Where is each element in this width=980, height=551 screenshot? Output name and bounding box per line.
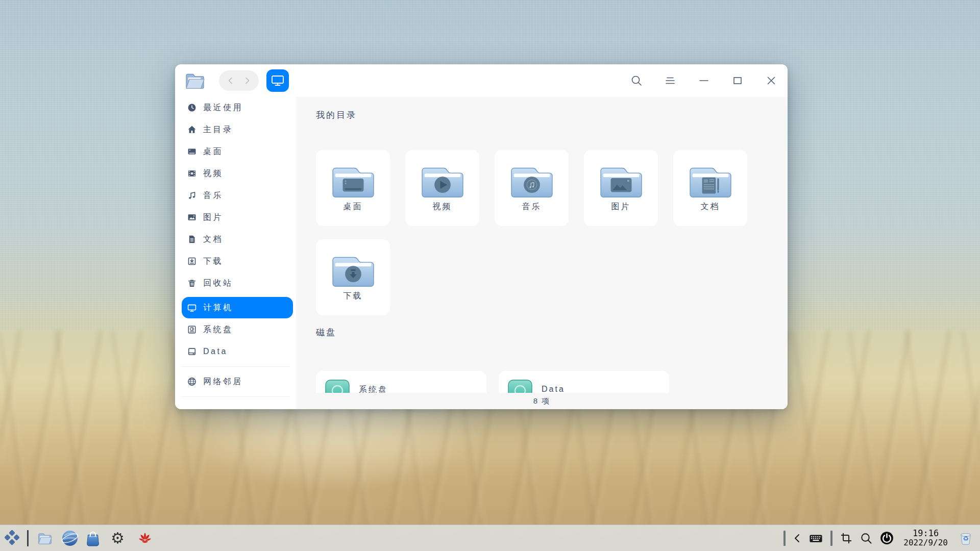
- taskbar: ⚙: [0, 524, 980, 551]
- folder-label: 视频: [433, 202, 452, 212]
- folder-label: 桌面: [344, 202, 363, 212]
- chevron-right-icon: [243, 77, 251, 85]
- dock-kylin-app-button[interactable]: [134, 527, 156, 549]
- folder-card-pictures[interactable]: 图片: [584, 150, 658, 226]
- sidebar-label: 主目录: [203, 124, 233, 135]
- folder-label: 音乐: [522, 202, 542, 212]
- file-manager-window: 最近使用 主目录 桌面: [175, 64, 788, 409]
- folder-label: 下载: [344, 291, 363, 302]
- sidebar-label: 最近使用: [203, 103, 243, 113]
- search-icon: [630, 74, 643, 87]
- navigation-pill: [219, 70, 259, 91]
- clock-icon: [187, 103, 197, 112]
- tray-search-button[interactable]: [860, 532, 872, 544]
- sidebar-separator: [181, 396, 290, 397]
- tray-expand-button[interactable]: [793, 534, 801, 543]
- back-button[interactable]: [227, 77, 235, 85]
- home-icon: [187, 125, 197, 134]
- shopping-bag-icon: [84, 530, 102, 547]
- section-header-disks: 磁盘: [316, 327, 336, 338]
- folder-card-downloads[interactable]: 下载: [316, 239, 390, 315]
- dock-settings-button[interactable]: ⚙: [107, 527, 129, 549]
- menu-button[interactable]: [663, 73, 677, 88]
- folder-card-videos[interactable]: 视频: [405, 150, 479, 226]
- search-button[interactable]: [629, 73, 644, 88]
- folder-music-icon: [510, 163, 554, 198]
- sidebar-item-music[interactable]: 音乐: [182, 185, 293, 206]
- folder-pictures-icon: [599, 163, 643, 198]
- folder-label: 文档: [701, 202, 720, 212]
- folder-card-music[interactable]: 音乐: [495, 150, 569, 226]
- chevron-left-icon: [227, 77, 235, 85]
- tray-power-button[interactable]: [880, 531, 894, 545]
- sidebar-item-downloads[interactable]: 下载: [182, 251, 293, 272]
- sidebar-item-pictures[interactable]: 图片: [182, 207, 293, 228]
- tray-trash-button[interactable]: ♻: [958, 530, 974, 546]
- sidebar-label: 回收站: [203, 278, 233, 289]
- close-button[interactable]: [764, 73, 778, 88]
- sidebar-item-recent[interactable]: 最近使用: [182, 97, 293, 118]
- recycle-icon: ♻: [958, 535, 974, 542]
- clock-date: 2022/9/20: [903, 538, 948, 547]
- titlebar[interactable]: [175, 64, 788, 97]
- sidebar-separator: [181, 366, 290, 367]
- monitor-icon: [271, 74, 284, 87]
- close-icon: [765, 74, 777, 87]
- clock-time: 19:16: [913, 529, 939, 538]
- sidebar-item-documents[interactable]: 文档: [182, 229, 293, 250]
- sidebar-item-system-disk[interactable]: 系统盘: [182, 319, 293, 340]
- dock-browser-button[interactable]: [61, 529, 79, 547]
- computer-view-button[interactable]: [266, 69, 289, 92]
- system-disk-icon: [187, 325, 197, 334]
- folder-videos-icon: [421, 163, 464, 198]
- trash-icon: [187, 279, 197, 288]
- sidebar-item-data-disk[interactable]: Data: [182, 341, 293, 362]
- folder-desktop-icon: [331, 163, 375, 198]
- taskbar-tray: 19:16 2022/9/20 ♻: [783, 525, 974, 551]
- folder-label: 图片: [611, 202, 631, 212]
- picture-icon: [187, 213, 197, 222]
- tray-separator: [830, 531, 832, 546]
- minimize-button[interactable]: [697, 73, 711, 88]
- forward-button[interactable]: [243, 77, 251, 85]
- globe-icon: [187, 377, 197, 386]
- sidebar-label: Data: [203, 347, 228, 356]
- film-icon: [187, 169, 197, 178]
- file-manager-icon: [37, 532, 53, 545]
- sidebar-item-network[interactable]: 网络邻居: [182, 371, 293, 392]
- folder-card-documents[interactable]: 文档: [673, 150, 747, 226]
- sidebar-label: 视频: [203, 168, 223, 179]
- screenshot-crop-icon: [840, 532, 852, 544]
- sidebar-label: 下载: [203, 256, 223, 267]
- folder-card-desktop[interactable]: 桌面: [316, 150, 390, 226]
- taskbar-left: ⚙: [3, 525, 156, 551]
- hamburger-menu-icon: [664, 74, 676, 87]
- sidebar-item-home[interactable]: 主目录: [182, 119, 293, 140]
- sidebar-item-videos[interactable]: 视频: [182, 163, 293, 184]
- sidebar-item-computer[interactable]: 计算机: [182, 297, 293, 318]
- sidebar-item-trash[interactable]: 回收站: [182, 272, 293, 294]
- keyboard-icon: [809, 533, 823, 544]
- search-icon: [860, 532, 872, 544]
- dock-file-manager-button[interactable]: [34, 527, 56, 549]
- folder-downloads-icon: [331, 253, 375, 287]
- folder-grid: 桌面 视频: [316, 150, 747, 315]
- folder-documents-icon: [689, 163, 732, 198]
- sidebar-label: 系统盘: [203, 324, 233, 335]
- section-header-my-directory: 我的目录: [316, 109, 357, 121]
- dock-separator: [27, 530, 29, 546]
- maximize-button[interactable]: [730, 73, 745, 88]
- file-manager-logo-icon: [184, 71, 206, 90]
- launcher-diamond-icon: [9, 539, 15, 545]
- launcher-diamond-icon: [4, 534, 11, 541]
- launcher-button[interactable]: [3, 529, 22, 547]
- tray-screenshot-button[interactable]: [840, 532, 852, 544]
- sidebar-label: 图片: [203, 212, 223, 223]
- minimize-icon: [698, 74, 710, 87]
- sidebar-item-desktop[interactable]: 桌面: [182, 141, 293, 162]
- clock[interactable]: 19:16 2022/9/20: [903, 529, 948, 547]
- tray-separator: [783, 531, 786, 546]
- dock-app-store-button[interactable]: [84, 530, 102, 547]
- tray-keyboard-button[interactable]: [809, 533, 823, 544]
- sidebar: 最近使用 主目录 桌面: [175, 97, 296, 409]
